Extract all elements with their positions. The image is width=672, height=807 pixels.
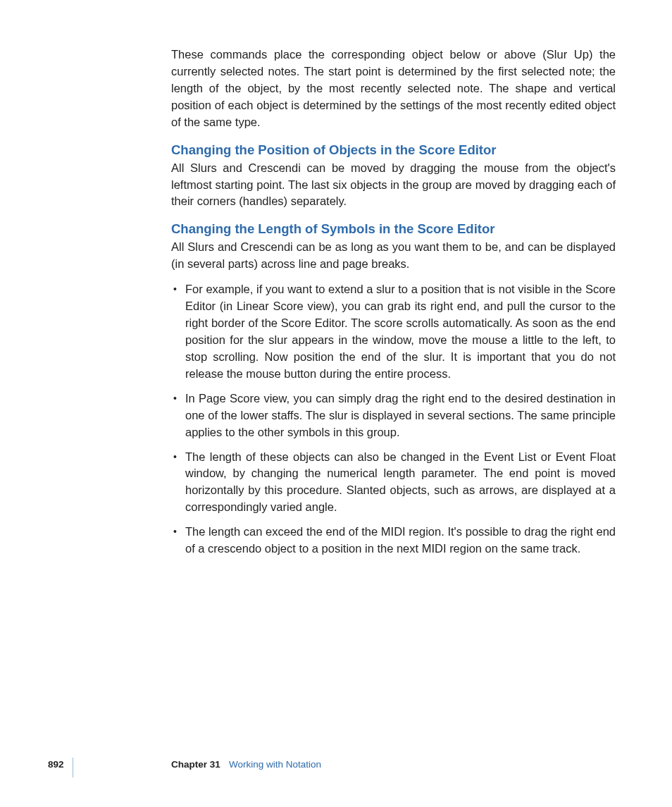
footer-rule: [73, 758, 73, 777]
list-item: The length can exceed the end of the MID…: [171, 524, 616, 557]
list-item: In Page Score view, you can simply drag …: [171, 390, 616, 441]
chapter-title: Working with Notation: [229, 759, 321, 770]
section1-paragraph: All Slurs and Crescendi can be moved by …: [171, 160, 616, 211]
page: These commands place the corresponding o…: [0, 0, 672, 807]
section-heading-length: Changing the Length of Symbols in the Sc…: [171, 221, 616, 237]
page-footer: 892 Chapter 31 Working with Notation: [0, 759, 672, 773]
chapter-label: Chapter 31: [171, 759, 220, 770]
section2-paragraph: All Slurs and Crescendi can be as long a…: [171, 239, 616, 273]
list-item: For example, if you want to extend a slu…: [171, 281, 616, 383]
intro-paragraph: These commands place the corresponding o…: [171, 47, 616, 131]
bullet-list: For example, if you want to extend a slu…: [171, 281, 616, 557]
list-item: The length of these objects can also be …: [171, 449, 616, 517]
section-heading-position: Changing the Position of Objects in the …: [171, 142, 616, 158]
page-number: 892: [48, 759, 64, 770]
